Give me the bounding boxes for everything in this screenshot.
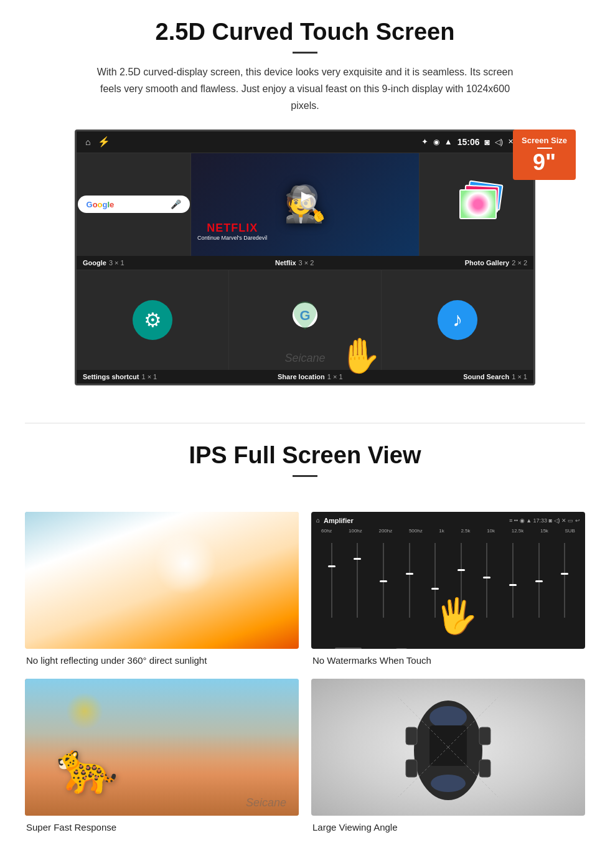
status-time: 15:06 (458, 137, 480, 147)
photo-card-3 (459, 189, 497, 219)
music-note-icon: ♪ (453, 308, 462, 331)
section-curved-screen: 2.5D Curved Touch Screen With 2.5D curve… (0, 0, 610, 398)
slider-4 (399, 543, 420, 618)
slider-10 (554, 543, 575, 618)
settings-shortcut-label: Settings shortcut (83, 373, 139, 380)
maps-icon: G (289, 301, 321, 338)
share-location-cell[interactable]: G 🤚 (229, 270, 382, 370)
flower-image (461, 191, 495, 218)
section-ips: IPS Full Screen View (0, 423, 610, 499)
status-bar-left: ⌂ ⚡ (85, 136, 110, 148)
svg-rect-4 (429, 725, 467, 766)
screen-size-number: 9" (522, 151, 567, 174)
slider-8 (502, 543, 523, 618)
google-label: Google (83, 259, 106, 267)
google-size: 3 × 1 (109, 259, 124, 267)
usb-icon: ⚡ (98, 136, 110, 148)
volume-icon: ◁) (495, 138, 503, 146)
custom-button[interactable]: Custom (335, 648, 362, 649)
slider-1 (321, 543, 342, 618)
google-search-bar[interactable]: Google 🎤 (78, 196, 190, 213)
slider-9 (528, 543, 550, 618)
slider-track-8 (512, 543, 514, 618)
cheetah-image: 🐆 Seicane (25, 679, 299, 816)
settings-size: 1 × 1 (141, 373, 157, 380)
slider-thumb-4 (406, 573, 413, 575)
app-row-2: ⚙ G 🤚 ♪ (77, 270, 533, 370)
netflix-app-cell[interactable]: 🕵️ NETFLIX Continue Marvel's Daredevil (191, 153, 420, 256)
maps-svg: G (289, 301, 321, 336)
badge-underline (537, 148, 552, 149)
sound-circle: ♪ (438, 300, 477, 340)
svg-point-5 (431, 775, 466, 792)
svg-rect-8 (406, 727, 417, 745)
screen-mockup-wrapper: ⌂ ⚡ ✦ ◉ ▲ 15:06 ◙ ◁) ✕ ▭ (37, 130, 573, 385)
camera-icon: ◙ (485, 137, 490, 147)
slider-track-3 (383, 543, 384, 618)
android-screen: ⌂ ⚡ ✦ ◉ ▲ 15:06 ◙ ◁) ✕ ▭ (75, 130, 535, 385)
google-app-cell[interactable]: Google 🎤 (77, 153, 191, 256)
sound-search-cell[interactable]: ♪ (382, 270, 533, 370)
netflix-label: NETFLIX Continue Marvel's Daredevil (197, 222, 267, 241)
slider-thumb-9 (535, 580, 543, 582)
sound-size: 1 × 1 (512, 373, 527, 380)
slider-3 (373, 543, 394, 618)
wifi-icon: ▲ (444, 137, 453, 146)
sunlight-bg (25, 512, 299, 649)
cheetah-label: Super Fast Response (25, 822, 116, 833)
cheetah-silhouette: 🐆 (56, 738, 118, 797)
slider-thumb-10 (561, 573, 568, 575)
settings-icon-circle: ⚙ (133, 300, 172, 340)
feature-watermark: ⌂ Amplifier ≡ •• ◉ ▲ 17:33 ◙ ◁) ✕ ▭ ↩ 60… (311, 512, 585, 666)
netflix-title: NETFLIX (197, 222, 267, 235)
photogallery-label: Photo Gallery (465, 259, 510, 267)
labels-row-1: Google 3 × 1 Netflix 3 × 2 Photo Gallery… (77, 256, 533, 270)
slider-track-7 (486, 543, 487, 618)
svg-point-3 (429, 706, 467, 729)
sunlight-image (25, 512, 299, 649)
slider-track-1 (331, 543, 332, 618)
hand-pointing-icon: 🤚 (338, 336, 381, 376)
status-bar-right: ✦ ◉ ▲ 15:06 ◙ ◁) ✕ ▭ (421, 137, 525, 147)
share-location-label: Share location (278, 373, 325, 380)
home-icon: ⌂ (85, 137, 90, 147)
section1-title: 2.5D Curved Touch Screen (37, 19, 573, 45)
sound-search-label: Sound Search (463, 373, 509, 380)
play-button[interactable] (293, 184, 317, 209)
screen-size-label: Screen Size (522, 136, 567, 145)
settings-cell[interactable]: ⚙ (77, 270, 229, 370)
netflix-size: 3 × 2 (299, 259, 314, 267)
slider-thumb-5 (431, 588, 439, 590)
slider-thumb-8 (509, 584, 517, 586)
amp-header: ⌂ Amplifier ≡ •• ◉ ▲ 17:33 ◙ ◁) ✕ ▭ ↩ (316, 517, 580, 524)
feature-car: Large Viewing Angle (311, 679, 585, 833)
amp-title: Amplifier (324, 517, 354, 524)
feature-sunlight: No light reflecting under 360° direct su… (25, 512, 299, 666)
svg-rect-9 (406, 760, 417, 777)
section1-description: With 2.5D curved-display screen, this de… (93, 64, 517, 115)
amp-icons: ≡ •• ◉ ▲ 17:33 ◙ ◁) ✕ ▭ ↩ (509, 517, 580, 524)
slider-track-4 (409, 543, 410, 618)
sun-effect (66, 692, 103, 730)
slider-thumb-7 (483, 577, 490, 578)
cheetah-bg: 🐆 Seicane (25, 679, 299, 816)
slider-2 (347, 543, 368, 618)
sunlight-label: No light reflecting under 360° direct su… (25, 655, 207, 666)
svg-rect-10 (479, 727, 490, 745)
google-logo: Google (87, 200, 115, 209)
loudness-toggle[interactable] (394, 648, 409, 649)
slider-track-10 (564, 543, 565, 618)
status-bar: ⌂ ⚡ ✦ ◉ ▲ 15:06 ◙ ◁) ✕ ▭ (77, 131, 533, 153)
play-triangle (301, 192, 311, 202)
slider-thumb-1 (328, 565, 336, 567)
mic-icon: 🎤 (171, 199, 181, 209)
amp-bg: ⌂ Amplifier ≡ •• ◉ ▲ 17:33 ◙ ◁) ✕ ▭ ↩ 60… (311, 512, 585, 649)
slider-track-9 (538, 543, 540, 618)
photo-stack (452, 179, 502, 229)
slider-track-2 (357, 543, 358, 618)
car-top-view-svg (392, 691, 504, 803)
slider-thumb-3 (380, 580, 387, 582)
bluetooth-icon: ✦ (421, 137, 428, 146)
location-icon: ◉ (433, 138, 439, 146)
photogallery-size: 2 × 2 (512, 259, 527, 267)
